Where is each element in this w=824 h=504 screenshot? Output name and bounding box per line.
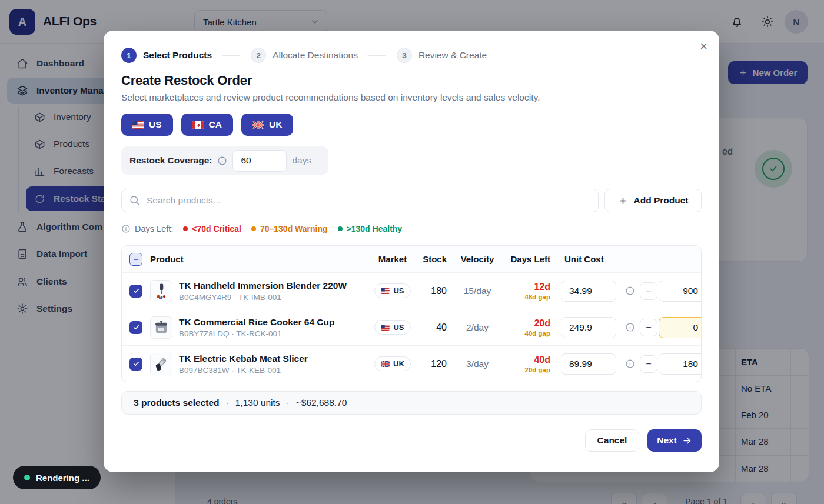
product-row: TK Handheld Immersion Blender 220W B0C4M… xyxy=(122,272,701,309)
row-checkbox[interactable] xyxy=(129,285,142,298)
product-name: TK Handheld Immersion Blender 220W xyxy=(179,281,347,291)
plus-icon xyxy=(618,196,628,206)
summary-units: 1,130 units xyxy=(235,398,280,408)
info-icon[interactable] xyxy=(621,322,639,332)
days-left-value: 12d xyxy=(534,282,550,292)
info-icon[interactable] xyxy=(621,359,639,369)
coverage-days-input[interactable] xyxy=(232,150,287,172)
critical-dot-icon xyxy=(183,226,188,231)
qty-decrement-button[interactable]: − xyxy=(640,355,657,373)
stock-value: 180 xyxy=(411,286,453,296)
stock-value: 120 xyxy=(411,359,453,369)
qty-decrement-button[interactable]: − xyxy=(640,282,657,300)
step-number: 1 xyxy=(121,48,137,63)
legend-critical: <70d Critical xyxy=(183,224,241,233)
step-select-products: 1 Select Products xyxy=(121,48,212,63)
arrow-right-icon xyxy=(682,436,692,446)
step-review-create: 3 Review & Create xyxy=(397,48,487,63)
gap-value: 48d gap xyxy=(525,293,550,301)
product-sku: B097BC381W · TK-KEB-001 xyxy=(179,366,308,375)
search-input[interactable] xyxy=(121,189,599,212)
add-product-button[interactable]: Add Product xyxy=(604,189,702,212)
col-stock: Stock xyxy=(411,254,453,264)
step-number: 2 xyxy=(251,48,266,63)
cancel-button[interactable]: Cancel xyxy=(585,429,639,452)
market-us-button[interactable]: US xyxy=(121,114,173,136)
product-row: TK Electric Kebab Meat Slicer B097BC381W… xyxy=(122,345,701,382)
create-restock-order-modal: × 1 Select Products 2 Allocate Destinati… xyxy=(104,31,719,472)
modal-title: Create Restock Order xyxy=(121,73,702,88)
info-icon xyxy=(121,224,131,233)
product-name: TK Commercial Rice Cooker 64 Cup xyxy=(179,317,334,328)
market-pill: US xyxy=(374,283,410,298)
legend-caption: Days Left: xyxy=(135,224,173,233)
coverage-unit-label: days xyxy=(292,155,311,166)
col-velocity: Velocity xyxy=(453,254,502,264)
step-label: Review & Create xyxy=(418,50,487,61)
product-sku: B0BY7Z8LDQ · TK-RCK-001 xyxy=(179,329,334,338)
wizard-stepper: 1 Select Products 2 Allocate Destination… xyxy=(121,47,702,64)
products-table-header: Product Market Stock Velocity Days Left … xyxy=(122,246,701,272)
info-icon[interactable] xyxy=(621,286,639,296)
days-left-cell: 40d 20d gap xyxy=(502,355,556,373)
days-left-value: 40d xyxy=(534,355,550,365)
rendering-status-badge: Rendering ... xyxy=(13,466,101,489)
step-allocate-destinations: 2 Allocate Destinations xyxy=(251,48,358,63)
product-image xyxy=(150,280,172,302)
ca-flag-icon xyxy=(192,121,204,129)
product-row: TK Commercial Rice Cooker 64 Cup B0BY7Z8… xyxy=(122,309,701,345)
market-pill: US xyxy=(374,320,410,335)
summary-selected: 3 products selected xyxy=(134,398,220,408)
market-pill: UK xyxy=(374,356,411,371)
step-connector xyxy=(222,55,240,56)
products-table: Product Market Stock Velocity Days Left … xyxy=(121,245,702,382)
coverage-label: Restock Coverage: xyxy=(129,155,212,166)
uk-flag-icon xyxy=(252,121,264,129)
unit-cost-input[interactable] xyxy=(561,353,616,375)
days-left-legend: Days Left: <70d Critical 70–130d Warning… xyxy=(121,224,702,233)
qty-input[interactable] xyxy=(659,281,702,302)
step-label: Select Products xyxy=(143,50,212,61)
col-unit-cost: Unit Cost xyxy=(556,254,621,264)
velocity-value: 2/day xyxy=(453,322,502,333)
warning-dot-icon xyxy=(251,226,256,231)
unit-cost-input[interactable] xyxy=(561,317,616,338)
days-left-cell: 12d 48d gap xyxy=(502,282,556,301)
healthy-dot-icon xyxy=(338,226,343,231)
product-image xyxy=(150,353,172,375)
next-button[interactable]: Next xyxy=(647,429,702,452)
unit-cost-input[interactable] xyxy=(561,281,616,302)
legend-healthy: >130d Healthy xyxy=(338,224,403,233)
qty-input-highlighted[interactable] xyxy=(659,317,702,338)
qty-input[interactable] xyxy=(659,353,702,375)
modal-subtitle: Select marketplaces and review product r… xyxy=(121,92,702,103)
row-checkbox[interactable] xyxy=(129,321,142,334)
days-left-cell: 20d 40d gap xyxy=(502,318,556,337)
select-all-checkbox[interactable] xyxy=(129,253,142,266)
market-ca-button[interactable]: CA xyxy=(181,114,233,136)
restock-coverage-section: Restock Coverage: days xyxy=(121,146,328,175)
legend-warning: 70–130d Warning xyxy=(251,224,328,233)
gap-value: 40d gap xyxy=(525,330,550,337)
product-sku: B0C4MGY4R9 · TK-IMB-001 xyxy=(179,293,347,302)
info-icon xyxy=(217,156,227,166)
col-days-left: Days Left xyxy=(502,254,556,264)
product-image xyxy=(150,316,172,339)
us-flag-icon xyxy=(381,325,390,331)
velocity-value: 15/day xyxy=(453,286,502,296)
market-toggles: US CA UK xyxy=(121,114,702,136)
summary-cost: ~$62,688.70 xyxy=(296,398,347,408)
close-icon[interactable]: × xyxy=(700,40,707,53)
uk-flag-icon xyxy=(381,361,390,367)
gap-value: 20d gap xyxy=(525,366,550,373)
col-product: Product xyxy=(150,254,374,264)
product-search xyxy=(121,189,599,212)
market-uk-button[interactable]: UK xyxy=(241,114,293,136)
row-checkbox[interactable] xyxy=(129,358,142,371)
qty-decrement-button[interactable]: − xyxy=(640,319,657,336)
velocity-value: 3/day xyxy=(453,359,502,369)
status-badge-label: Rendering ... xyxy=(36,473,89,483)
search-icon xyxy=(129,195,140,206)
status-dot-icon xyxy=(24,475,30,480)
stock-value: 40 xyxy=(411,322,453,333)
